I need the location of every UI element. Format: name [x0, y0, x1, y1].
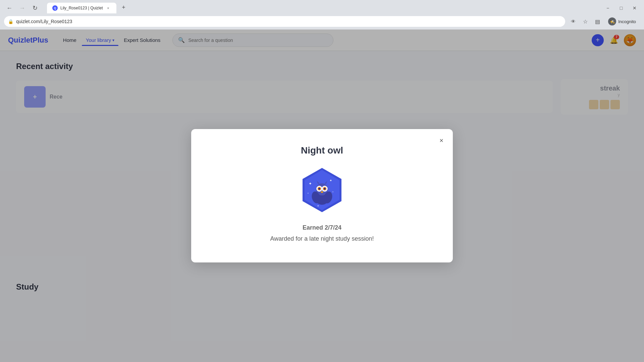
new-tab-button[interactable]: + — [119, 3, 128, 12]
app-container: QuizletPlus Home Your library ▾ Expert S… — [0, 29, 644, 362]
svg-point-9 — [324, 188, 326, 190]
close-icon: × — [439, 137, 443, 144]
modal-title: Night owl — [301, 145, 343, 156]
lock-icon: 🔒 — [8, 19, 13, 24]
tab-close-button[interactable]: × — [106, 5, 111, 11]
url-text: quizlet.com/Lily_Rose0123 — [16, 19, 72, 24]
window-controls[interactable]: − □ ✕ — [602, 3, 640, 13]
svg-text:✦: ✦ — [329, 179, 332, 182]
incognito-button[interactable]: 🕵 Incognito — [604, 16, 640, 27]
bookmark-button[interactable]: ☆ — [580, 16, 591, 27]
browser-toolbar: 🔒 quizlet.com/Lily_Rose0123 👁 ☆ ▤ 🕵 Inco… — [0, 13, 644, 29]
minimize-button[interactable]: − — [602, 3, 613, 13]
browser-chrome: ← → ↻ Q Lily_Rose0123 | Quizlet × + − □ … — [0, 0, 644, 29]
browser-controls[interactable]: ← → ↻ — [4, 3, 40, 13]
back-button[interactable]: ← — [4, 3, 15, 13]
modal-description: Awarded for a late night study session! — [270, 235, 374, 242]
tab-bar: Q Lily_Rose0123 | Quizlet × + — [43, 3, 602, 13]
refresh-button[interactable]: ↻ — [30, 3, 40, 13]
modal-dialog: × Night owl — [191, 129, 453, 262]
modal-close-button[interactable]: × — [435, 134, 447, 146]
earned-date: Earned 2/7/24 — [303, 224, 341, 231]
close-window-button[interactable]: ✕ — [629, 3, 640, 13]
modal-overlay[interactable]: × Night owl — [0, 29, 644, 362]
forward-button[interactable]: → — [17, 3, 28, 13]
active-tab[interactable]: Q Lily_Rose0123 | Quizlet × — [47, 3, 116, 13]
tab-favicon: Q — [52, 5, 58, 11]
extensions-button[interactable]: ▤ — [592, 16, 603, 27]
incognito-icon: 🕵 — [608, 17, 616, 25]
svg-text:+: + — [332, 190, 334, 193]
svg-text:✦: ✦ — [317, 204, 319, 207]
address-bar[interactable]: 🔒 quizlet.com/Lily_Rose0123 — [4, 16, 565, 27]
svg-text:✦: ✦ — [309, 181, 312, 186]
title-bar: ← → ↻ Q Lily_Rose0123 | Quizlet × + − □ … — [0, 0, 644, 13]
browser-right-actions[interactable]: 👁 ☆ ▤ 🕵 Incognito — [568, 16, 640, 27]
svg-point-8 — [318, 188, 320, 190]
maximize-button[interactable]: □ — [616, 3, 627, 13]
privacy-icon[interactable]: 👁 — [568, 16, 579, 27]
tab-title: Lily_Rose0123 | Quizlet — [60, 6, 103, 10]
badge-image: ✦ ✦ + + ✦ — [299, 167, 345, 214]
incognito-label: Incognito — [618, 19, 636, 24]
svg-text:+: + — [307, 192, 309, 195]
